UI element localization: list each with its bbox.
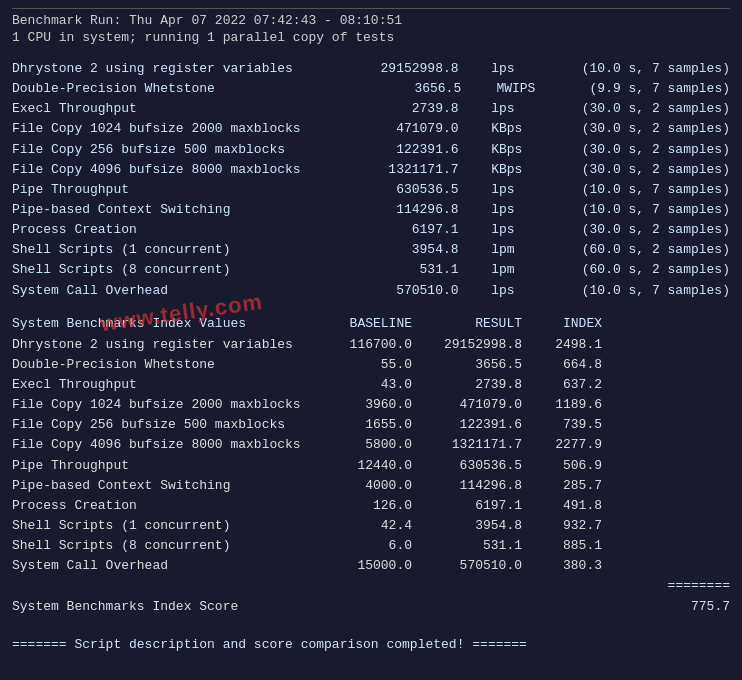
table-row-label: System Call Overhead (12, 556, 312, 576)
benchmark-row: System Call Overhead570510.0lps(10.0 s, … (12, 281, 730, 301)
benchmark-samples: (60.0 s, 2 samples) (582, 260, 730, 280)
benchmark-row: Execl Throughput2739.8lps(30.0 s, 2 samp… (12, 99, 730, 119)
benchmark-unit: lps (485, 59, 555, 79)
table-row-label: File Copy 4096 bufsize 8000 maxblocks (12, 435, 312, 455)
benchmark-label: File Copy 1024 bufsize 2000 maxblocks (12, 119, 312, 139)
score-label: System Benchmarks Index Score (12, 597, 312, 617)
table-row-label: Shell Scripts (1 concurrent) (12, 516, 312, 536)
benchmark-samples: (30.0 s, 2 samples) (582, 99, 730, 119)
benchmark-unit: lps (485, 99, 555, 119)
benchmark-value: 570510.0 (339, 281, 459, 301)
table-data-row: Pipe Throughput12440.0630536.5506.9 (12, 456, 730, 476)
benchmark-unit: lpm (485, 260, 555, 280)
benchmark-value: 114296.8 (339, 200, 459, 220)
score-row: System Benchmarks Index Score775.7 (12, 597, 730, 617)
benchmark-row: File Copy 1024 bufsize 2000 maxblocks471… (12, 119, 730, 139)
table-header-label: System Benchmarks Index Values (12, 313, 312, 335)
benchmark-row: Pipe Throughput630536.5lps(10.0 s, 7 sam… (12, 180, 730, 200)
benchmark-unit: lps (485, 180, 555, 200)
benchmarks-section: Dhrystone 2 using register variables2915… (12, 59, 730, 301)
benchmark-value: 3954.8 (339, 240, 459, 260)
benchmark-unit: KBps (485, 160, 555, 180)
benchmark-label: Shell Scripts (8 concurrent) (12, 260, 312, 280)
table-row-baseline: 116700.0 (312, 335, 412, 355)
table-row-result: 29152998.8 (412, 335, 522, 355)
table-row-result: 471079.0 (412, 395, 522, 415)
footer-section: ======= Script description and score com… (12, 637, 730, 652)
benchmark-label: Pipe Throughput (12, 180, 312, 200)
header-line2: 1 CPU in system; running 1 parallel copy… (12, 30, 730, 45)
header-line1: Benchmark Run: Thu Apr 07 2022 07:42:43 … (12, 13, 730, 28)
table-row-label: Double-Precision Whetstone (12, 355, 312, 375)
table-row-baseline: 43.0 (312, 375, 412, 395)
benchmark-label: File Copy 4096 bufsize 8000 maxblocks (12, 160, 312, 180)
benchmark-unit: lpm (485, 240, 555, 260)
benchmark-row: File Copy 256 bufsize 500 maxblocks12239… (12, 140, 730, 160)
table-header-result: RESULT (412, 313, 522, 335)
benchmark-value: 29152998.8 (339, 59, 459, 79)
benchmark-samples: (9.9 s, 7 samples) (590, 79, 730, 99)
footer-line: ======= Script description and score com… (12, 637, 730, 652)
benchmark-label: System Call Overhead (12, 281, 312, 301)
table-row-baseline: 126.0 (312, 496, 412, 516)
benchmark-value: 122391.6 (339, 140, 459, 160)
table-row-result: 531.1 (412, 536, 522, 556)
benchmark-samples: (60.0 s, 2 samples) (582, 240, 730, 260)
table-row-index: 664.8 (522, 355, 602, 375)
table-row-index: 932.7 (522, 516, 602, 536)
benchmark-unit: lps (485, 220, 555, 240)
benchmark-label: Shell Scripts (1 concurrent) (12, 240, 312, 260)
table-row-index: 1189.6 (522, 395, 602, 415)
benchmark-unit: lps (485, 281, 555, 301)
table-row-baseline: 55.0 (312, 355, 412, 375)
benchmark-value: 531.1 (339, 260, 459, 280)
benchmark-row: Dhrystone 2 using register variables2915… (12, 59, 730, 79)
benchmark-label: Dhrystone 2 using register variables (12, 59, 312, 79)
table-row-result: 2739.8 (412, 375, 522, 395)
table-row-result: 6197.1 (412, 496, 522, 516)
benchmark-label: Execl Throughput (12, 99, 312, 119)
benchmark-row: Shell Scripts (8 concurrent)531.1lpm(60.… (12, 260, 730, 280)
benchmark-samples: (30.0 s, 2 samples) (582, 119, 730, 139)
benchmark-samples: (30.0 s, 2 samples) (582, 140, 730, 160)
table-data-row: Pipe-based Context Switching4000.0114296… (12, 476, 730, 496)
table-row-baseline: 1655.0 (312, 415, 412, 435)
table-row-index: 506.9 (522, 456, 602, 476)
table-row-result: 630536.5 (412, 456, 522, 476)
table-header-row: System Benchmarks Index ValuesBASELINERE… (12, 313, 730, 335)
benchmark-label: Pipe-based Context Switching (12, 200, 312, 220)
benchmark-row: Process Creation6197.1lps(30.0 s, 2 samp… (12, 220, 730, 240)
table-row-label: File Copy 256 bufsize 500 maxblocks (12, 415, 312, 435)
benchmark-label: Process Creation (12, 220, 312, 240)
table-row-result: 570510.0 (412, 556, 522, 576)
table-row-result: 114296.8 (412, 476, 522, 496)
table-row-label: Execl Throughput (12, 375, 312, 395)
table-row-baseline: 15000.0 (312, 556, 412, 576)
benchmark-value: 6197.1 (339, 220, 459, 240)
table-row-index: 2498.1 (522, 335, 602, 355)
benchmark-value: 2739.8 (339, 99, 459, 119)
table-data-row: Double-Precision Whetstone55.03656.5664.… (12, 355, 730, 375)
table-data-row: Process Creation126.06197.1491.8 (12, 496, 730, 516)
benchmark-row: File Copy 4096 bufsize 8000 maxblocks132… (12, 160, 730, 180)
benchmark-value: 471079.0 (339, 119, 459, 139)
benchmark-row: Shell Scripts (1 concurrent)3954.8lpm(60… (12, 240, 730, 260)
benchmark-value: 1321171.7 (339, 160, 459, 180)
benchmark-unit: MWIPS (490, 79, 560, 99)
table-row-result: 1321171.7 (412, 435, 522, 455)
benchmark-label: File Copy 256 bufsize 500 maxblocks (12, 140, 312, 160)
table-data-row: Dhrystone 2 using register variables1167… (12, 335, 730, 355)
table-data-row: Shell Scripts (8 concurrent)6.0531.1885.… (12, 536, 730, 556)
benchmark-value: 3656.5 (341, 79, 461, 99)
benchmark-samples: (30.0 s, 2 samples) (582, 160, 730, 180)
table-row-label: Pipe Throughput (12, 456, 312, 476)
benchmark-unit: lps (485, 200, 555, 220)
benchmark-samples: (10.0 s, 7 samples) (582, 180, 730, 200)
score-value: 775.7 (650, 597, 730, 617)
table-data-row: Execl Throughput43.02739.8637.2 (12, 375, 730, 395)
table-row-label: Pipe-based Context Switching (12, 476, 312, 496)
table-row-label: Process Creation (12, 496, 312, 516)
table-row-index: 380.3 (522, 556, 602, 576)
table-row-baseline: 4000.0 (312, 476, 412, 496)
benchmark-label: Double-Precision Whetstone (12, 79, 312, 99)
